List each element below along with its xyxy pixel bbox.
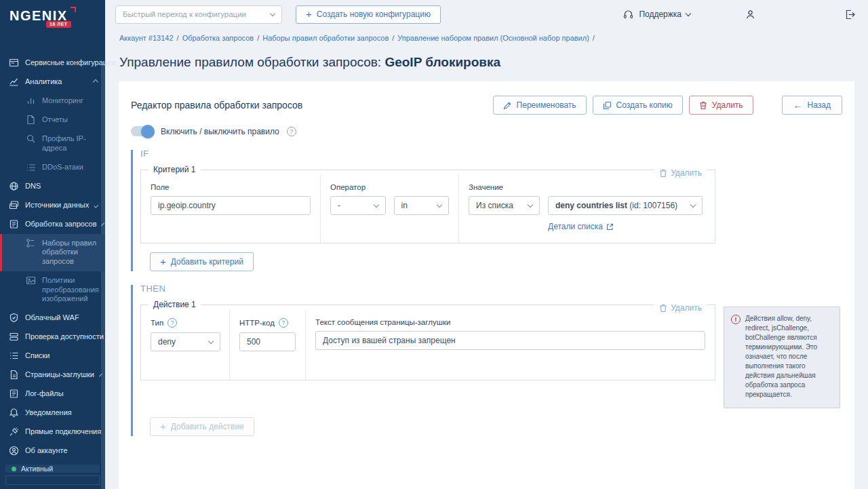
operator-select[interactable]: in: [394, 196, 450, 215]
field-input[interactable]: [151, 196, 311, 215]
direct-connections-icon: [9, 427, 19, 437]
breadcrumb-rule-set-management[interactable]: Управление набором правил (Основной набо…: [397, 34, 589, 42]
sidebar-item-direct-connections[interactable]: Прямые подключения: [0, 423, 105, 442]
quick-config-select[interactable]: Быстрый переход к конфигурации: [115, 5, 282, 24]
http-code-help-icon[interactable]: ?: [279, 318, 288, 328]
rule-toggle-row: Включить / выключить правило ?: [131, 126, 842, 136]
editor-header: Редактор правила обработки запросов Пере…: [131, 96, 842, 115]
sidebar-item-dns[interactable]: DNS: [0, 177, 105, 196]
ip-profile-search-icon: [26, 134, 36, 144]
chevron-down-icon: [686, 10, 691, 16]
sidebar-item-about-account[interactable]: Об аккаунте: [0, 442, 105, 461]
sidebar-item-log-files[interactable]: Лог-файлы: [0, 385, 105, 404]
chevron-down-icon: [437, 201, 442, 207]
http-code-label: HTTP-код: [239, 319, 275, 327]
breadcrumb-request-processing[interactable]: Обработка запросов: [182, 34, 254, 42]
action-fieldset: Действие 1 Удалить Тип? deny: [140, 300, 715, 380]
support-menu[interactable]: Поддержка: [623, 9, 690, 20]
logo-corner-mark: [71, 7, 76, 12]
image-policies-icon: [26, 275, 36, 286]
chevron-down-icon: [99, 374, 102, 377]
copy-button[interactable]: Создать копию: [593, 96, 683, 115]
sidebar-item-data-sources[interactable]: Источники данных: [0, 196, 105, 215]
trash-icon: [659, 169, 667, 178]
http-code-input[interactable]: [239, 332, 296, 351]
rule-editor-panel: Редактор правила обработки запросов Пере…: [119, 81, 854, 489]
user-icon[interactable]: [745, 9, 756, 20]
sidebar-item-notifications[interactable]: Уведомления: [0, 404, 105, 423]
headset-icon: [623, 9, 634, 20]
stub-pages-icon: [9, 370, 19, 380]
delete-action-link[interactable]: Удалить: [654, 303, 707, 313]
logout-icon[interactable]: [844, 9, 856, 20]
log-files-icon: [9, 389, 19, 399]
sidebar-item-availability-check[interactable]: Проверка доступности: [0, 328, 105, 347]
copy-icon: [603, 101, 612, 110]
stub-message-column: Текст сообщения страницы-заглушки: [306, 309, 715, 380]
value-column: Значение Из списка deny countries list (…: [459, 174, 715, 243]
breadcrumb-rule-sets[interactable]: Наборы правил обработки запросов: [262, 34, 389, 42]
breadcrumb-account[interactable]: Аккаунт #13142: [119, 34, 174, 42]
delete-rule-button[interactable]: Удалить: [689, 96, 753, 115]
value-list-select[interactable]: deny countries list (id: 1007156): [548, 196, 703, 215]
sidebar-item-reports[interactable]: Отчеты: [0, 111, 105, 130]
account-name-box[interactable]: [5, 475, 100, 485]
type-label: Тип: [151, 319, 163, 327]
sidebar-item-analytics[interactable]: Аналитика: [0, 73, 105, 92]
sidebar-item-image-policies[interactable]: Политики преобразования изображений: [0, 271, 105, 309]
operator-negation-select[interactable]: -: [330, 196, 386, 215]
delete-criterion-link[interactable]: Удалить: [654, 168, 707, 178]
sidebar-item-request-processing[interactable]: Обработка запросов: [0, 215, 105, 234]
sidebar-item-lists[interactable]: Списки: [0, 347, 105, 366]
status-green-dot: [12, 467, 16, 471]
sidebar-menu: Сервисные конфигурации Аналитика Монитор…: [0, 54, 105, 461]
chevron-up-icon: [93, 79, 98, 85]
action-type-select[interactable]: deny: [151, 332, 220, 351]
chevron-down-icon: [690, 201, 696, 207]
stub-message-input[interactable]: [315, 331, 705, 350]
plus-icon: +: [306, 9, 312, 19]
toggle-knob: [141, 125, 155, 138]
main-area: Быстрый переход к конфигурации + Создать…: [105, 0, 868, 489]
warning-icon: !: [731, 315, 741, 324]
sidebar-item-cloud-waf[interactable]: Облачный WAF: [0, 309, 105, 328]
rename-button[interactable]: Переименовать: [493, 96, 587, 115]
type-help-icon[interactable]: ?: [167, 318, 177, 328]
sidebar-item-rule-sets[interactable]: Наборы правил обработки запросов: [0, 234, 105, 271]
dns-globe-icon: [9, 181, 19, 191]
logo-anniversary-badge: 16 ЛЕТ: [46, 21, 71, 28]
chevron-down-icon: [528, 201, 533, 207]
list-details-link[interactable]: Детали списка: [548, 222, 614, 231]
value-source-select[interactable]: Из списка: [469, 196, 540, 215]
page-title: Управление правилом обработки запросов: …: [105, 42, 868, 70]
action-type-column: Тип? deny: [141, 309, 230, 380]
chevron-down-icon: [94, 203, 99, 208]
field-label: Поле: [151, 183, 311, 191]
analytics-icon: [9, 77, 19, 87]
chevron-down-icon: [208, 338, 214, 343]
operator-column: Оператор - in: [321, 174, 459, 243]
toggle-help-icon[interactable]: ?: [287, 127, 296, 136]
account-status-badge[interactable]: Активный: [5, 465, 100, 473]
chevron-down-icon: [270, 10, 275, 16]
sidebar-item-ip-profile[interactable]: Профиль IP-адреса: [0, 130, 105, 158]
add-criterion-button[interactable]: + Добавить критерий: [150, 252, 254, 271]
sidebar-item-ddos-attacks[interactable]: DDoS-атаки: [0, 158, 105, 177]
sidebar-item-monitoring[interactable]: Мониторинг: [0, 92, 105, 111]
topbar-right: Поддержка: [623, 9, 856, 20]
sidebar-item-stub-pages[interactable]: Страницы-заглушки: [0, 366, 105, 385]
create-configuration-button[interactable]: + Создать новую конфигурацию: [296, 5, 441, 24]
service-config-icon: [9, 58, 19, 68]
trash-icon: [659, 304, 667, 313]
rule-enabled-toggle[interactable]: [131, 126, 153, 136]
back-button[interactable]: ← Назад: [782, 96, 842, 115]
sidebar-item-service-configurations[interactable]: Сервисные конфигурации: [0, 54, 105, 73]
logo[interactable]: NGENIX 16 ЛЕТ: [0, 0, 105, 24]
criterion-fieldset: Критерий 1 Удалить Поле Оператор: [140, 165, 715, 243]
action-legend: Действие 1: [149, 300, 201, 309]
add-action-button[interactable]: + Добавить действие: [150, 417, 254, 436]
sidebar: NGENIX 16 ЛЕТ Сервисные конфигурации Ана…: [0, 0, 105, 489]
account-icon: [9, 446, 19, 456]
note-text: Действия allow, deny, redirect, jsChalle…: [745, 314, 833, 399]
rule-sets-icon: [26, 238, 36, 248]
